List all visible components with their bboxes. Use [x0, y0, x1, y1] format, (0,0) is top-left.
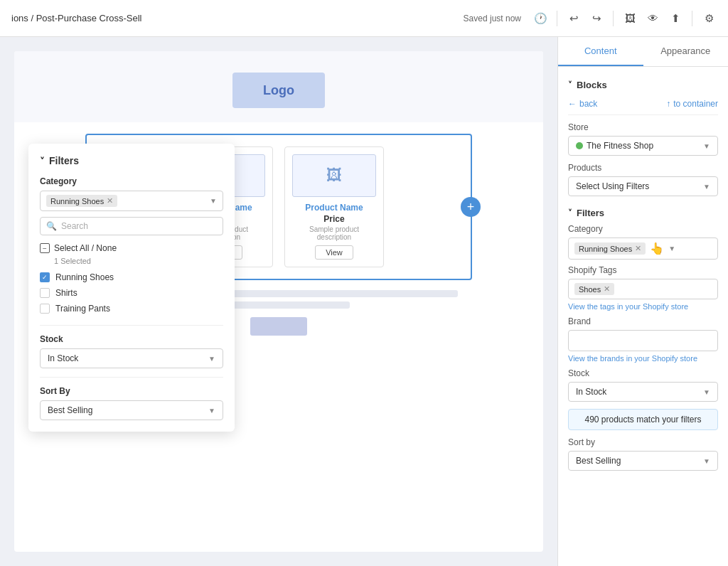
- stock-label: Stock: [40, 334, 223, 344]
- view-brands-link[interactable]: View the brands in your Shopify store: [568, 354, 718, 363]
- filters-title-text: Filters: [49, 155, 79, 166]
- sort-dropdown[interactable]: Best Selling ▼: [40, 400, 223, 420]
- sidebar-stock-label: Stock: [568, 368, 718, 378]
- divider: [692, 11, 692, 26]
- blocks-label: Blocks: [577, 80, 607, 90]
- brand-label: Brand: [568, 316, 718, 326]
- match-text: 490 products match your filters: [584, 415, 701, 424]
- eye-icon[interactable]: 👁: [645, 11, 660, 26]
- category-label: Category: [40, 176, 223, 186]
- divider: [613, 11, 614, 26]
- product-name-2: Product Name: [292, 203, 376, 213]
- products-chevron-icon: ▼: [703, 183, 710, 191]
- view-button-2[interactable]: View: [315, 245, 353, 260]
- product-card-2: 🖼 Product Name Price Sample product desc…: [284, 146, 384, 267]
- sort-by-select[interactable]: Best Selling ▼: [568, 451, 718, 471]
- back-label: back: [579, 99, 597, 109]
- select-all-row[interactable]: − Select All / None: [40, 241, 223, 255]
- checkbox-running-shoes[interactable]: ✓ Running Shoes: [40, 269, 223, 285]
- sidebar-stock-select[interactable]: In Stock ▼: [568, 382, 718, 402]
- right-sidebar: Content Appearance ˅ Blocks ← back ↑ to …: [557, 37, 728, 566]
- filter-divider-2: [40, 377, 223, 378]
- filters-popup-title: ˅ Filters: [40, 155, 223, 166]
- sort-by-label: Sort by: [568, 437, 718, 447]
- blocks-section: ˅ Blocks ← back ↑ to container Store: [558, 67, 728, 482]
- sidebar-nav-row: ← back ↑ to container: [568, 96, 718, 115]
- settings-icon[interactable]: ⚙: [701, 11, 717, 26]
- undo-icon[interactable]: ↩: [566, 11, 582, 26]
- canvas-area: Logo 🖼 Product Name Price Sample product…: [0, 37, 557, 566]
- filters-collapsible: ˅ Filters Category Running Shoes ✕ 👆 ▼ S…: [568, 203, 718, 475]
- redo-icon[interactable]: ↪: [589, 11, 604, 26]
- sidebar-tabs: Content Appearance: [558, 37, 728, 67]
- products-select[interactable]: Select Using Filters ▼: [568, 176, 718, 196]
- product-desc-2: Sample product description: [292, 225, 376, 241]
- tab-appearance[interactable]: Appearance: [643, 37, 729, 66]
- back-link[interactable]: ← back: [568, 99, 597, 109]
- match-badge: 490 products match your filters: [568, 409, 718, 430]
- sort-label: Sort By: [40, 386, 223, 396]
- main-layout: Logo 🖼 Product Name Price Sample product…: [0, 37, 728, 566]
- sidebar-category-label: Category: [568, 224, 718, 234]
- sort-by-chevron-icon: ▼: [703, 457, 710, 465]
- product-price-2: Price: [292, 214, 376, 224]
- back-arrow-icon: ←: [568, 99, 577, 109]
- topbar: ions / Post-Purchase Cross-Sell Saved ju…: [0, 0, 728, 37]
- category-chevron-icon: ▼: [210, 197, 217, 205]
- saved-status: Saved just now: [464, 14, 521, 23]
- training-pants-label: Training Pants: [55, 304, 110, 314]
- category-tag: Running Shoes ✕: [46, 195, 117, 207]
- search-box[interactable]: 🔍 Search: [40, 217, 223, 235]
- shopify-tags-label: Shopify Tags: [568, 265, 718, 275]
- canvas-inner: Logo 🖼 Product Name Price Sample product…: [14, 51, 543, 552]
- sidebar-category-input[interactable]: Running Shoes ✕ 👆 ▼: [568, 237, 718, 260]
- clock-icon[interactable]: 🕐: [532, 11, 548, 26]
- shopify-tag-input[interactable]: Shoes ✕: [568, 279, 718, 299]
- store-field-label: Store: [568, 122, 718, 132]
- training-pants-checkbox[interactable]: [40, 304, 50, 314]
- stock-chevron-icon: ▼: [208, 355, 215, 363]
- filter-divider: [40, 325, 223, 326]
- store-dot-icon: [576, 142, 583, 149]
- products-value: Select Using Filters: [576, 181, 649, 191]
- shopify-tag-item: Shoes ✕: [574, 283, 614, 295]
- selected-count: 1 Selected: [54, 257, 223, 265]
- hand-cursor-icon: 👆: [650, 242, 664, 255]
- search-placeholder: Search: [61, 221, 88, 231]
- stock-value: In Stock: [48, 353, 78, 363]
- remove-category-icon[interactable]: ✕: [635, 244, 641, 253]
- tab-content[interactable]: Content: [558, 37, 643, 66]
- filters-collapsible-header[interactable]: ˅ Filters: [568, 208, 718, 218]
- checkbox-shirts[interactable]: Shirts: [40, 285, 223, 301]
- to-container-label: to container: [673, 99, 718, 109]
- remove-tag-icon[interactable]: ✕: [604, 284, 610, 294]
- divider: [557, 11, 557, 26]
- add-product-button[interactable]: +: [461, 197, 481, 217]
- logo-section: Logo: [14, 51, 543, 122]
- chevron-down-icon: ˅: [568, 80, 572, 90]
- view-tags-link[interactable]: View the tags in your Shopify store: [568, 302, 718, 311]
- share-icon[interactable]: ⬆: [668, 11, 683, 26]
- brand-input[interactable]: [568, 330, 718, 351]
- shirts-checkbox[interactable]: [40, 288, 50, 298]
- store-chevron-icon: ▼: [703, 142, 710, 150]
- chevron-down-icon-filters: ˅: [568, 208, 572, 218]
- select-all-checkbox[interactable]: −: [40, 243, 50, 253]
- running-shoes-label: Running Shoes: [55, 272, 114, 282]
- store-select[interactable]: The Fitness Shop ▼: [568, 136, 718, 156]
- stock-dropdown[interactable]: In Stock ▼: [40, 348, 223, 368]
- to-container-link[interactable]: ↑ to container: [666, 99, 718, 109]
- sort-chevron-icon: ▼: [208, 407, 215, 415]
- running-shoes-checkbox[interactable]: ✓: [40, 272, 50, 282]
- product-image-2: 🖼: [292, 154, 376, 197]
- checkbox-training-pants[interactable]: Training Pants: [40, 301, 223, 316]
- stock-sidebar-chevron-icon: ▼: [703, 388, 710, 396]
- category-tag-input[interactable]: Running Shoes ✕ ▼: [40, 191, 223, 211]
- shirts-label: Shirts: [55, 288, 77, 298]
- remove-category-tag[interactable]: ✕: [107, 196, 113, 205]
- topbar-icons: 🕐 ↩ ↪ 🖼 👁 ⬆ ⚙: [532, 11, 717, 26]
- image-icon[interactable]: 🖼: [622, 11, 638, 26]
- filters-label: Filters: [577, 208, 604, 218]
- breadcrumb-text: ions / Post-Purchase Cross-Sell: [11, 13, 142, 23]
- sort-value: Best Selling: [48, 405, 92, 415]
